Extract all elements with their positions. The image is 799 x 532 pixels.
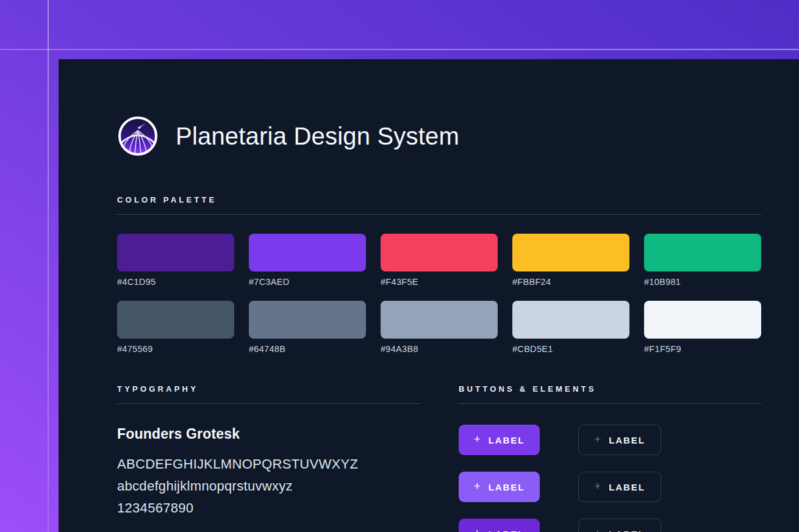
button-label: LABEL [489,435,525,445]
swatch-cell: #475569 [117,301,234,354]
type-specimen: ABCDEFGHIJKLMNOPQRSTUVWXYZ abcdefghijklm… [117,453,420,519]
section-divider [117,403,420,404]
plus-icon: + [594,527,601,532]
lower-sections: TYPOGRAPHY Founders Grotesk ABCDEFGHIJKL… [117,385,761,532]
color-swatch [512,301,629,339]
swatch-hex-label: #94A3B8 [381,344,498,354]
buttons-section: BUTTONS & ELEMENTS + LABEL + LABEL + [459,385,761,532]
label-button-filled-hover[interactable]: + LABEL [459,472,540,502]
swatch-hex-label: #64748B [249,344,366,354]
color-swatch [381,234,498,271]
swatch-grid: #4C1D95 #7C3AED #F43F5E #FBBF24 #10B981 … [117,234,761,354]
page-background: { "page": { "title": "Planetaria Design … [0,0,799,532]
design-system-card: Planetaria Design System COLOR PALETTE #… [59,59,799,532]
swatch-hex-label: #10B981 [644,277,761,287]
plus-icon: + [594,480,601,493]
button-label: LABEL [609,482,645,492]
swatch-cell: #F43F5E [381,234,498,287]
plus-icon: + [474,433,481,446]
color-swatch [249,234,366,271]
swatch-cell: #FBBF24 [512,234,629,287]
swatch-cell: #94A3B8 [381,301,498,354]
color-swatch [644,234,761,271]
specimen-uppercase: ABCDEFGHIJKLMNOPQRSTUVWXYZ [117,453,420,475]
color-palette-section: COLOR PALETTE #4C1D95 #7C3AED #F43F5E #F… [117,196,761,354]
swatch-hex-label: #4C1D95 [117,277,234,287]
plus-icon: + [594,433,601,446]
background-grid-line-horizontal [0,49,799,50]
button-row: + LABEL + LABEL [459,519,761,532]
plus-icon: + [474,527,481,532]
page-title: Planetaria Design System [176,123,459,150]
button-label: LABEL [609,529,645,532]
button-rows: + LABEL + LABEL + LABEL + LABEL [459,425,761,532]
section-divider [117,214,761,215]
swatch-hex-label: #7C3AED [249,277,366,287]
swatch-hex-label: #475569 [117,344,234,354]
swatch-cell: #CBD5E1 [512,301,629,354]
button-label: LABEL [489,482,525,492]
swatch-cell: #10B981 [644,234,761,287]
label-button-filled[interactable]: + LABEL [459,425,540,455]
label-button-outline-active[interactable]: + LABEL [578,519,661,532]
font-name: Founders Grotesk [117,426,420,442]
color-swatch [512,234,629,271]
button-label: LABEL [489,529,525,532]
swatch-cell: #4C1D95 [117,234,234,287]
label-button-filled-active[interactable]: + LABEL [459,519,540,532]
color-swatch [117,234,234,271]
specimen-lowercase: abcdefghijklmnopqrstuvwxyz [117,475,420,497]
background-grid-line-vertical [48,0,49,532]
button-label: LABEL [609,435,645,445]
label-button-outline-hover[interactable]: + LABEL [578,472,661,502]
color-swatch [117,301,234,339]
specimen-digits: 1234567890 [117,497,420,519]
swatch-hex-label: #FBBF24 [512,277,629,287]
typography-heading: TYPOGRAPHY [117,385,420,393]
buttons-heading: BUTTONS & ELEMENTS [459,385,761,393]
button-row: + LABEL + LABEL [459,425,761,455]
section-divider [459,403,761,404]
swatch-cell: #F1F5F9 [644,301,761,354]
plus-icon: + [474,480,481,493]
header: Planetaria Design System [117,115,761,157]
color-swatch [249,301,366,339]
color-palette-heading: COLOR PALETTE [117,196,761,204]
swatch-hex-label: #CBD5E1 [512,344,629,354]
swatch-cell: #64748B [249,301,366,354]
typography-section: TYPOGRAPHY Founders Grotesk ABCDEFGHIJKL… [117,385,420,532]
swatch-hex-label: #F1F5F9 [644,344,761,354]
label-button-outline[interactable]: + LABEL [578,425,661,455]
color-swatch [381,301,498,339]
planetaria-logo-icon [117,115,159,157]
color-swatch [644,301,761,339]
button-row: + LABEL + LABEL [459,472,761,502]
swatch-cell: #7C3AED [249,234,366,287]
swatch-hex-label: #F43F5E [381,277,498,287]
